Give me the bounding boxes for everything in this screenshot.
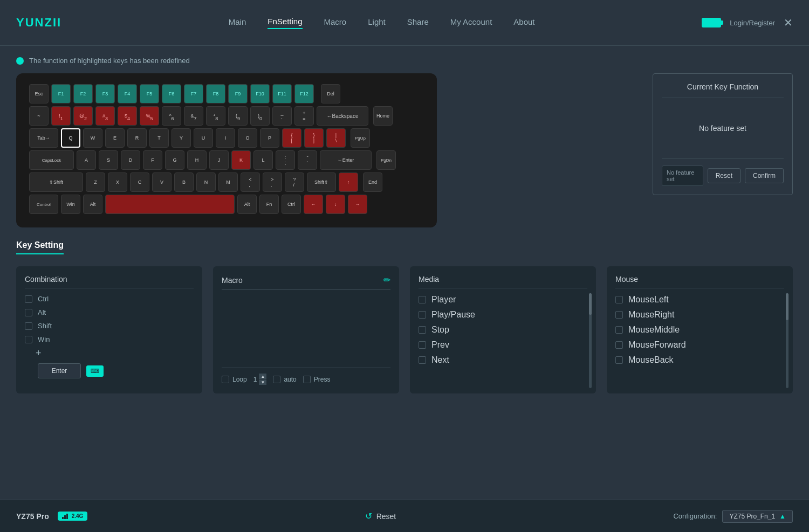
mouseleft-checkbox[interactable] [615,296,623,303]
key-f10[interactable]: F10 [250,84,270,103]
key-lalt[interactable]: Alt [83,195,102,214]
next-checkbox[interactable] [419,356,426,364]
key-i[interactable]: I [216,128,235,148]
key-rbracket[interactable]: }] [304,128,324,148]
key-down[interactable]: ↓ [326,195,345,214]
key-quote[interactable]: "' [298,150,317,170]
key-n[interactable]: N [196,172,216,192]
key-f9[interactable]: F9 [228,84,248,103]
media-scrollbar[interactable] [589,293,592,388]
key-f5[interactable]: F5 [140,84,159,103]
key-right[interactable]: → [348,195,367,214]
nav-macro[interactable]: Macro [324,17,347,29]
key-pgup[interactable]: PgUp [351,128,370,148]
mouse-scrollbar[interactable] [786,293,789,388]
key-f8[interactable]: F8 [206,84,225,103]
nav-myaccount[interactable]: My Account [450,17,492,29]
key-f4[interactable]: F4 [118,84,137,103]
key-lbracket[interactable]: {[ [282,128,301,148]
nav-light[interactable]: Light [368,17,386,29]
status-reset-button[interactable]: Reset [376,512,396,521]
key-esc[interactable]: Esc [29,84,49,103]
stop-checkbox[interactable] [419,326,426,334]
key-space[interactable] [105,195,235,214]
key-l[interactable]: L [253,150,273,170]
key-e[interactable]: E [105,128,125,148]
key-h[interactable]: H [187,150,207,170]
key-m[interactable]: M [218,172,238,192]
key-slash[interactable]: ?/ [285,172,304,192]
key-del[interactable]: Del [321,84,340,103]
mouseright-checkbox[interactable] [615,311,623,319]
mouseback-checkbox[interactable] [615,356,623,364]
shift-checkbox[interactable] [25,322,32,330]
key-f6[interactable]: F6 [162,84,181,103]
mousemiddle-checkbox[interactable] [615,326,623,334]
key-3[interactable]: #3 [95,106,115,126]
close-button[interactable]: ✕ [784,16,793,29]
key-v[interactable]: V [152,172,172,192]
key-f3[interactable]: F3 [95,84,115,103]
key-r[interactable]: R [127,128,147,148]
key-equals[interactable]: += [294,106,314,126]
key-enter[interactable]: ←Enter [320,150,372,170]
key-up[interactable]: ↑ [339,172,358,192]
key-j[interactable]: J [209,150,229,170]
key-home[interactable]: Home [373,106,393,126]
key-f12[interactable]: F12 [294,84,314,103]
reset-button[interactable]: Reset [708,168,741,183]
prev-checkbox[interactable] [419,341,426,349]
key-2[interactable]: @2 [73,106,93,126]
key-8[interactable]: *8 [206,106,225,126]
key-7[interactable]: &7 [184,106,203,126]
nav-main[interactable]: Main [229,17,246,29]
key-5[interactable]: %5 [140,106,159,126]
key-k[interactable]: K [231,150,251,170]
confirm-button[interactable]: Confirm [745,168,784,183]
key-f11[interactable]: F11 [272,84,292,103]
key-tab[interactable]: Tab→ [29,128,58,148]
alt-checkbox[interactable] [25,309,32,316]
key-t[interactable]: T [149,128,169,148]
key-f1[interactable]: F1 [51,84,71,103]
key-lwin[interactable]: Win [61,195,80,214]
key-tilde[interactable]: ~ [29,106,49,126]
key-p[interactable]: P [260,128,279,148]
key-o[interactable]: O [238,128,257,148]
key-rshift[interactable]: Shift⇧ [307,172,336,192]
playpause-checkbox[interactable] [419,311,426,319]
key-left[interactable]: ← [304,195,323,214]
nav-about[interactable]: About [513,17,534,29]
key-comma[interactable]: <, [241,172,260,192]
key-minus[interactable]: _- [272,106,292,126]
config-dropdown[interactable]: YZ75 Pro_Fn_1 ▲ [722,510,793,523]
key-6[interactable]: ^6 [162,106,181,126]
mouseforward-checkbox[interactable] [615,341,623,349]
key-a[interactable]: A [77,150,96,170]
auto-checkbox[interactable] [273,376,280,383]
key-backspace[interactable]: ←Backspace [317,106,368,126]
key-lshift[interactable]: ⇧Shift [29,172,83,192]
key-x[interactable]: X [108,172,127,192]
key-semicolon[interactable]: :; [276,150,295,170]
key-9[interactable]: (9 [228,106,248,126]
key-d[interactable]: D [121,150,140,170]
key-q[interactable]: Q [61,128,80,148]
key-rctrl[interactable]: Ctrl [282,195,301,214]
key-pgdn[interactable]: PgDn [376,150,396,170]
key-period[interactable]: >. [263,172,282,192]
nav-share[interactable]: Share [407,17,429,29]
key-fn[interactable]: Fn [259,195,279,214]
key-u[interactable]: U [194,128,213,148]
key-f7[interactable]: F7 [184,84,203,103]
key-s[interactable]: S [99,150,118,170]
key-1[interactable]: !1 [51,106,71,126]
key-w[interactable]: W [83,128,102,148]
key-g[interactable]: G [165,150,184,170]
key-0[interactable]: )0 [250,106,270,126]
key-capslock[interactable]: CapsLock [29,150,74,170]
key-lctrl[interactable]: Control [29,195,58,214]
key-4[interactable]: $4 [118,106,137,126]
combo-keyboard-icon[interactable]: ⌨ [86,365,104,377]
loop-stepper[interactable]: ▲ ▼ [259,374,266,385]
